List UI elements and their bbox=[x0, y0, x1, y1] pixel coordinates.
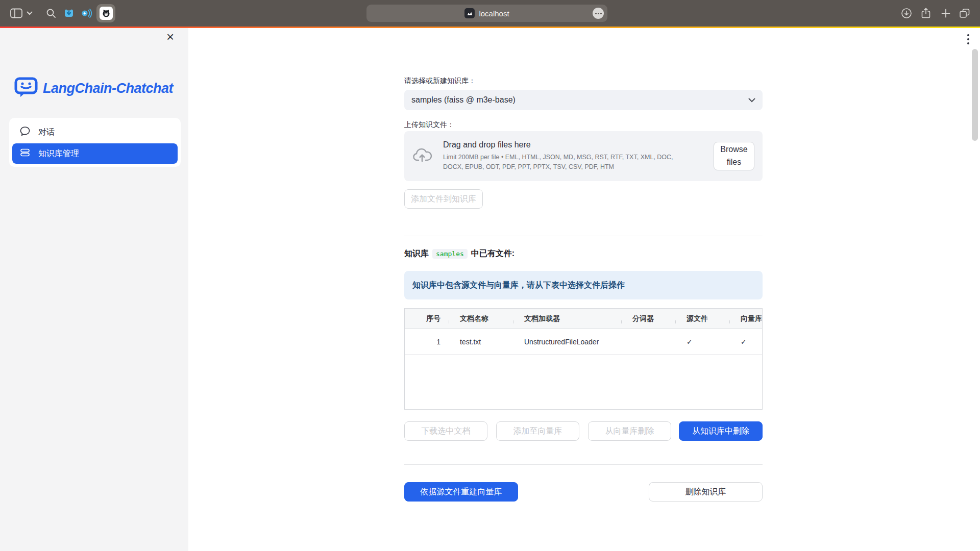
kb-files-table: 序号 文档名称 文档加载器 分词器 源文件 向量库 1 test.txt Uns… bbox=[404, 308, 763, 410]
more-options-icon[interactable] bbox=[965, 32, 971, 46]
share-icon[interactable] bbox=[920, 7, 932, 19]
dropzone-title: Drag and drop files here bbox=[443, 140, 693, 149]
downloads-icon[interactable] bbox=[901, 8, 912, 19]
chat-bubble-icon bbox=[19, 126, 31, 139]
cloud-upload-icon bbox=[412, 146, 434, 166]
nav-menu: 对话 知识库管理 bbox=[9, 118, 181, 167]
delete-from-vector-button[interactable]: 从向量库删除 bbox=[588, 421, 671, 441]
nav-item-label: 对话 bbox=[38, 127, 55, 138]
main-content: 请选择或新建知识库： samples (faiss @ m3e-base) 上传… bbox=[188, 28, 980, 551]
sidebar-toggle-icon[interactable] bbox=[10, 8, 22, 18]
col-header-source[interactable]: 源文件 bbox=[675, 314, 729, 323]
col-header-vector[interactable]: 向量库 bbox=[729, 314, 762, 323]
sidebar-close-icon[interactable]: × bbox=[166, 30, 174, 43]
col-header-index[interactable]: 序号 bbox=[405, 314, 449, 323]
dropzone-hint: Limit 200MB per file • EML, HTML, JSON, … bbox=[443, 153, 693, 172]
kb-name-code: samples bbox=[432, 249, 468, 259]
page-options-icon[interactable] bbox=[593, 8, 604, 19]
tabs-overview-icon[interactable] bbox=[959, 8, 971, 19]
proxy-circles-icon[interactable] bbox=[80, 8, 92, 19]
divider bbox=[404, 236, 763, 236]
kb-heading-prefix: 知识库 bbox=[404, 248, 429, 259]
cell-name: test.txt bbox=[449, 338, 513, 346]
info-banner: 知识库中包含源文件与向量库，请从下表中选择文件后操作 bbox=[404, 271, 763, 299]
rebuild-vector-store-button[interactable]: 依据源文件重建向量库 bbox=[404, 482, 518, 502]
table-header-row: 序号 文档名称 文档加载器 分词器 源文件 向量库 bbox=[405, 309, 762, 329]
browser-toolbar: localhost bbox=[0, 0, 980, 27]
kb-stack-icon bbox=[19, 147, 31, 160]
table-row[interactable]: 1 test.txt UnstructuredFileLoader ✓ ✓ bbox=[405, 329, 762, 355]
kb-heading-suffix: 中已有文件: bbox=[471, 248, 514, 259]
sidebar: × LangChain-Chatchat 对话 bbox=[0, 28, 188, 551]
github-icon bbox=[100, 7, 113, 20]
delete-kb-button[interactable]: 删除知识库 bbox=[649, 482, 763, 502]
download-selected-button[interactable]: 下载选中文档 bbox=[404, 421, 487, 441]
cell-index: 1 bbox=[405, 338, 449, 346]
app-logo: LangChain-Chatchat bbox=[14, 76, 173, 101]
browse-files-button[interactable]: Browse files bbox=[714, 142, 754, 170]
col-header-loader[interactable]: 文档加载器 bbox=[513, 314, 621, 323]
url-text: localhost bbox=[479, 9, 509, 18]
add-files-button[interactable]: 添加文件到知识库 bbox=[404, 189, 483, 209]
nav-item-kb-management[interactable]: 知识库管理 bbox=[12, 143, 178, 164]
divider bbox=[404, 464, 763, 465]
kb-select-label: 请选择或新建知识库： bbox=[404, 77, 476, 86]
kb-files-heading: 知识库 samples 中已有文件: bbox=[404, 248, 514, 259]
chevron-down-icon bbox=[748, 95, 755, 105]
add-to-vector-button[interactable]: 添加至向量库 bbox=[496, 421, 579, 441]
nav-item-label: 知识库管理 bbox=[38, 148, 79, 159]
delete-from-kb-button[interactable]: 从知识库中删除 bbox=[679, 421, 763, 441]
site-favicon bbox=[464, 8, 475, 18]
uploader-label: 上传知识文件： bbox=[404, 120, 454, 130]
nav-item-dialogue[interactable]: 对话 bbox=[12, 121, 178, 143]
kb-selectbox[interactable]: samples (faiss @ m3e-base) bbox=[404, 90, 763, 110]
file-uploader-dropzone[interactable]: Drag and drop files here Limit 200MB per… bbox=[404, 131, 763, 181]
logo-text: LangChain-Chatchat bbox=[43, 81, 173, 96]
toolbar-chevron-down-icon[interactable] bbox=[27, 11, 33, 15]
scrollbar-thumb[interactable] bbox=[972, 49, 978, 141]
search-icon[interactable] bbox=[46, 8, 56, 18]
address-bar[interactable]: localhost bbox=[366, 5, 607, 22]
downloads-cat-icon[interactable] bbox=[63, 8, 75, 19]
col-header-splitter[interactable]: 分词器 bbox=[621, 314, 675, 323]
cell-vector-check: ✓ bbox=[729, 338, 762, 346]
col-header-name[interactable]: 文档名称 bbox=[449, 314, 513, 323]
logo-chat-icon bbox=[14, 76, 38, 101]
kb-selectbox-value: samples (faiss @ m3e-base) bbox=[411, 95, 516, 105]
github-tab[interactable] bbox=[96, 4, 115, 22]
cell-loader: UnstructuredFileLoader bbox=[513, 338, 621, 346]
new-tab-icon[interactable] bbox=[941, 8, 951, 18]
cell-source-check: ✓ bbox=[675, 338, 729, 346]
